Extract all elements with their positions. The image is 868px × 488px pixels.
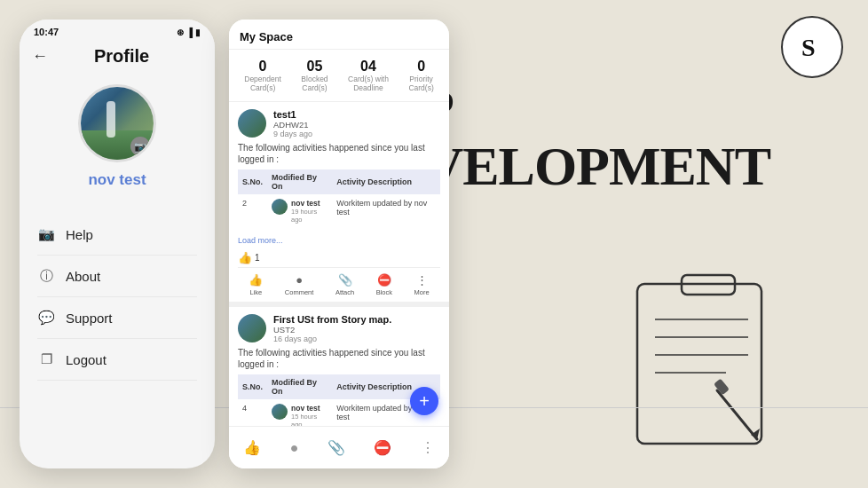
menu-list: 📷 Help ⓘ About 💬 Support ❐ Logout bbox=[20, 214, 215, 381]
card-1-avatar bbox=[238, 109, 266, 138]
menu-item-support[interactable]: 💬 Support bbox=[37, 297, 197, 339]
bottom-navigation: 👍 ● 📎 ⛔ ⋮ bbox=[229, 426, 449, 468]
like-count-1: 1 bbox=[255, 253, 260, 263]
about-icon: ⓘ bbox=[37, 267, 55, 285]
logout-icon: ❐ bbox=[37, 350, 55, 368]
modifier-name-2: nov test bbox=[291, 404, 327, 413]
username: nov test bbox=[88, 171, 146, 189]
modifier-avatar-2 bbox=[272, 404, 288, 420]
phone-myspace: My Space 0 DependentCard(s) 05 BlockedCa… bbox=[229, 20, 449, 468]
card-1-title: test1 bbox=[273, 109, 312, 120]
like-badge-1: 👍 1 bbox=[238, 251, 440, 264]
card-2-avatar bbox=[238, 314, 266, 342]
bottom-comment-icon[interactable]: ● bbox=[290, 440, 299, 456]
table-row: 2 nov test 19 hours ago Workitem updated… bbox=[238, 194, 440, 228]
status-icons: ⊛ ▐ ▮ bbox=[177, 28, 201, 37]
wifi-icon: ⊛ bbox=[177, 28, 184, 37]
comment-button-1[interactable]: ● Comment bbox=[285, 273, 314, 296]
menu-item-help[interactable]: 📷 Help bbox=[37, 214, 197, 256]
fab-add-button[interactable]: + bbox=[410, 387, 438, 415]
col-sno-2: S.No. bbox=[238, 374, 267, 399]
load-more-1[interactable]: Load more... bbox=[238, 232, 440, 248]
menu-label-about: About bbox=[66, 269, 100, 284]
clipboard-illustration bbox=[619, 266, 797, 461]
stat-deadline: 04 Card(s) withDeadline bbox=[348, 59, 389, 92]
col-activity: Activity Description bbox=[332, 169, 440, 194]
card-2-code: UST2 bbox=[273, 325, 391, 335]
bottom-like-icon[interactable]: 👍 bbox=[243, 439, 261, 456]
card-1-top: test1 ADHW21 9 days ago bbox=[238, 109, 440, 138]
bottom-more-icon[interactable]: ⋮ bbox=[421, 439, 435, 456]
stat-label-priority: PriorityCard(s) bbox=[408, 75, 433, 92]
logo-circle: S bbox=[781, 16, 843, 78]
block-label: Block bbox=[376, 288, 392, 296]
battery-icon: ▮ bbox=[195, 28, 201, 37]
card-1-actions: 👍 Like ● Comment 📎 Attach ⛔ Block ⋮ bbox=[238, 267, 440, 302]
card-2-title: First USt from Story map. bbox=[273, 314, 391, 325]
menu-label-support: Support bbox=[66, 311, 113, 326]
card-1-info: test1 ADHW21 9 days ago bbox=[273, 109, 312, 138]
card-1-time: 9 days ago bbox=[273, 130, 312, 138]
myspace-header: My Space bbox=[229, 20, 449, 50]
card-2-time: 16 days ago bbox=[273, 335, 391, 343]
stat-num-priority: 0 bbox=[408, 59, 433, 75]
cell-modifier: nov test 19 hours ago bbox=[267, 194, 332, 228]
profile-header: ← Profile bbox=[20, 41, 215, 72]
like-button-1[interactable]: 👍 Like bbox=[249, 273, 263, 296]
col-modified: Modified By On bbox=[267, 169, 332, 194]
help-icon: 📷 bbox=[37, 225, 55, 243]
stat-num-dependent: 0 bbox=[244, 59, 281, 75]
back-button[interactable]: ← bbox=[32, 47, 48, 66]
profile-title: Profile bbox=[57, 46, 186, 67]
phone-profile: 10:47 ⊛ ▐ ▮ ← Profile 📷 nov test 📷 Help … bbox=[20, 20, 215, 468]
like-icon: 👍 bbox=[249, 273, 263, 287]
col-sno: S.No. bbox=[238, 169, 267, 194]
camera-badge[interactable]: 📷 bbox=[130, 137, 150, 156]
card-1: test1 ADHW21 9 days ago The following ac… bbox=[229, 102, 449, 307]
svg-rect-9 bbox=[714, 379, 730, 396]
attach-button-1[interactable]: 📎 Attach bbox=[335, 273, 354, 296]
myspace-title: My Space bbox=[240, 30, 293, 43]
comment-icon: ● bbox=[296, 273, 303, 287]
menu-label-help: Help bbox=[66, 227, 93, 242]
avatar-section: 📷 nov test bbox=[20, 72, 215, 196]
status-time: 10:47 bbox=[34, 27, 59, 37]
modifier-avatar bbox=[272, 199, 288, 215]
stat-num-blocked: 05 bbox=[301, 59, 327, 75]
avatar-wrapper: 📷 bbox=[78, 84, 156, 162]
stat-label-blocked: BlockedCard(s) bbox=[301, 75, 327, 92]
card-2-info: First USt from Story map. UST2 16 days a… bbox=[273, 314, 391, 343]
attach-label: Attach bbox=[335, 288, 354, 296]
svg-marker-8 bbox=[751, 429, 760, 439]
stat-label-dependent: DependentCard(s) bbox=[244, 75, 281, 92]
modifier-time: 19 hours ago bbox=[291, 208, 327, 224]
card-1-code: ADHW21 bbox=[273, 120, 312, 130]
like-label: Like bbox=[249, 288, 262, 296]
menu-label-logout: Logout bbox=[66, 352, 107, 367]
stat-priority: 0 PriorityCard(s) bbox=[408, 59, 433, 92]
modifier-name: nov test bbox=[291, 199, 327, 208]
card-2-top: First USt from Story map. UST2 16 days a… bbox=[238, 314, 440, 343]
cell-activity: Workitem updated by nov test bbox=[332, 194, 440, 228]
svg-line-7 bbox=[717, 390, 757, 439]
signal-icon: ▐ bbox=[186, 28, 193, 37]
card-1-table: S.No. Modified By On Activity Descriptio… bbox=[238, 169, 440, 228]
cell-sno: 2 bbox=[238, 194, 267, 228]
bottom-attach-icon[interactable]: 📎 bbox=[327, 439, 345, 456]
stat-num-deadline: 04 bbox=[348, 59, 389, 75]
status-bar: 10:47 ⊛ ▐ ▮ bbox=[20, 20, 215, 41]
thumbs-up-icon: 👍 bbox=[238, 251, 252, 264]
svg-text:S: S bbox=[801, 34, 816, 61]
bottom-block-icon[interactable]: ⛔ bbox=[374, 439, 391, 456]
col-modified-2: Modified By On bbox=[267, 374, 332, 399]
svg-rect-1 bbox=[637, 284, 761, 444]
menu-item-logout[interactable]: ❐ Logout bbox=[37, 339, 197, 381]
menu-item-about[interactable]: ⓘ About bbox=[37, 256, 197, 297]
card-2-desc: The following activities happened since … bbox=[238, 347, 440, 370]
block-button-1[interactable]: ⛔ Block bbox=[376, 273, 392, 296]
stat-label-deadline: Card(s) withDeadline bbox=[348, 75, 389, 92]
stat-dependent: 0 DependentCard(s) bbox=[244, 59, 281, 92]
myspace-stats: 0 DependentCard(s) 05 BlockedCard(s) 04 … bbox=[229, 50, 449, 102]
more-button-1[interactable]: ⋮ More bbox=[414, 273, 430, 296]
comment-label: Comment bbox=[285, 288, 314, 296]
